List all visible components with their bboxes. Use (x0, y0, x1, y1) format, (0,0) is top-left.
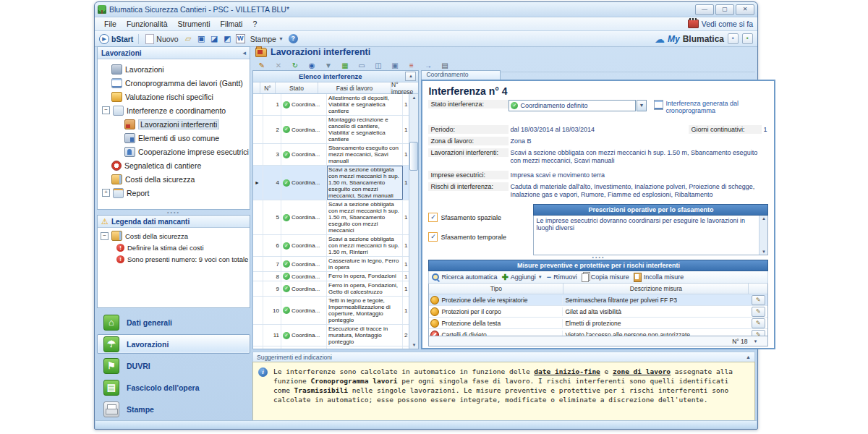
ricerca-automatica-button[interactable]: Ricerca automatica (432, 273, 497, 281)
menu-item-[interactable]: ? (247, 19, 262, 29)
checkbox-sfasamento-spaziale[interactable]: ✓Sfasamento spaziale (428, 213, 533, 222)
close-button[interactable]: ✕ (736, 4, 754, 15)
expand-node-icon[interactable]: + (102, 189, 110, 197)
help-icon[interactable]: ? (289, 34, 298, 43)
sidebar-item-cronoprogramma-dei-lavori-gantt-[interactable]: Cronoprogramma dei lavori (Gantt) (98, 76, 250, 90)
collapse-sidebar-icon[interactable]: ◂ (242, 49, 246, 56)
nav-button-dati-generali[interactable]: ⌂Dati generali (97, 312, 250, 332)
interferenza-generata-link[interactable]: Interferenza generata dal cronoprogramma (665, 100, 768, 114)
window-icon[interactable]: ▣ (390, 61, 400, 71)
menu-item-filmati[interactable]: Filmati (215, 19, 247, 29)
collapse-up-icon[interactable]: ▲ (405, 72, 416, 81)
bstart-button[interactable]: ▶ bStart (99, 34, 133, 44)
menu-item-funzionalit[interactable]: Funzionalità (122, 19, 173, 29)
minimize-button[interactable]: — (695, 4, 714, 15)
menu-item-file[interactable]: File (99, 19, 122, 29)
delete-icon[interactable]: ✕ (273, 61, 284, 71)
nav-button-duvri[interactable]: ⚑DUVRI (97, 356, 250, 375)
split-icon[interactable]: ◫ (373, 61, 383, 71)
scroll-down-icon[interactable]: ▼ (754, 339, 758, 344)
nav-button-fascicolo-dell-opera[interactable]: ▤Fascicolo dell'opera (97, 378, 250, 397)
edit-icon[interactable]: ✎ (257, 61, 267, 71)
edit-misura-button[interactable]: ✎ (752, 295, 765, 305)
profile-icon[interactable]: ▪ (728, 33, 739, 44)
save-as-icon[interactable]: ◩ (223, 34, 232, 43)
sidebar-item-cooperazione-imprese-esecutrici[interactable]: Cooperazione imprese esecutrici (98, 145, 250, 158)
save-all-icon[interactable]: ◪ (210, 34, 219, 43)
checkbox-icon[interactable]: ✓ (428, 232, 438, 242)
refresh-icon[interactable]: ↻ (290, 61, 300, 71)
sidebar-item-lavorazioni[interactable]: Lavorazioni (98, 62, 250, 76)
collapse-node-icon[interactable]: − (101, 232, 109, 240)
interferenza-row[interactable]: 1✓Coordina...Allestimento di depositi, V… (253, 94, 409, 116)
sidebar-item-segnaletica-di-cantiere[interactable]: Segnaletica di cantiere (98, 158, 250, 172)
print-icon[interactable]: ▤ (440, 61, 450, 71)
interferenza-row[interactable]: 5✓Coordina...Scavi a sezione obbligata c… (253, 200, 409, 235)
stato-combobox[interactable]: ✓ Coordinamento definito (509, 100, 636, 111)
edit-misura-button[interactable]: ✎ (752, 307, 765, 317)
interferenza-row[interactable]: 6✓Coordina...Scavi a sezione obbligata c… (253, 235, 409, 257)
elenco-column-headers[interactable]: N° Stato Fasi di lavoro N° imprese (253, 82, 418, 94)
sidebar-item-costi-della-sicurezza[interactable]: Costi della sicurezza (98, 172, 250, 186)
export-icon[interactable]: → (423, 61, 433, 71)
save-icon[interactable]: ▣ (197, 34, 206, 43)
stampe-button[interactable]: Stampe ▼ (249, 34, 285, 44)
prescrizioni-scrollbar[interactable]: ▲▼ (759, 216, 767, 255)
legend-item[interactable]: !Definire la stima dei costi (98, 242, 250, 253)
grid-icon[interactable]: ▦ (340, 61, 350, 71)
aggiungi-button[interactable]: ✚ Aggiungi ▼ (502, 273, 542, 282)
interferenza-row[interactable]: 2✓Coordina...Montaggio recinzione e canc… (253, 116, 409, 144)
rows-icon[interactable]: ≡ (407, 61, 417, 71)
export-word-icon[interactable]: W (236, 34, 245, 43)
myblumatica-link[interactable]: ☁ MyBlumatica (655, 34, 724, 44)
misure-column-headers[interactable]: Tipo Descrizione misura (429, 284, 767, 294)
nav-button-stampe[interactable]: Stampe (97, 399, 250, 419)
incolla-misure-button[interactable]: Incolla misure (634, 273, 684, 282)
collapse-node-icon[interactable]: − (102, 106, 110, 114)
nav-button-lavorazioni[interactable]: ☂Lavorazioni (97, 334, 250, 354)
legend-root[interactable]: − Costi della sicurezza (98, 230, 250, 242)
checkbox-sfasamento-temporale[interactable]: ✓Sfasamento temporale (428, 232, 533, 242)
misura-row[interactable]: Protezione delle vie respiratorieSemimas… (429, 294, 767, 306)
scrollbar-thumb[interactable] (409, 142, 418, 171)
interferenza-row[interactable]: 10✓Coordina...Tetti in legno e tegole, I… (253, 297, 409, 325)
card-icon[interactable]: ▭ (357, 61, 367, 71)
misura-row[interactable]: Protezioni per il corpoGilet ad alta vis… (429, 306, 767, 318)
news-icon[interactable]: ▪ (742, 33, 753, 44)
sidebar-item-interferenze-e-coordinamento[interactable]: −Interferenze e coordinamento (98, 103, 250, 117)
interferenza-row[interactable]: 9✓Coordina...Ferro in opera, Fondazioni,… (253, 281, 409, 297)
sidebar-item-report[interactable]: +Report (98, 186, 250, 200)
vedi-come-si-fa-link[interactable]: Vedi come si fa (688, 20, 753, 28)
sidebar-splitter[interactable]: •••• (97, 210, 250, 215)
maximize-button[interactable]: ▢ (715, 4, 734, 15)
checkbox-icon[interactable]: ✓ (428, 213, 438, 222)
filter-icon[interactable]: ▼ (323, 61, 333, 71)
collapse-icon[interactable]: ▲ (746, 354, 751, 359)
suggestions-header[interactable]: Suggerimenti ed indicazioni ▲ (252, 352, 755, 362)
open-folder-icon[interactable]: ▱ (184, 34, 193, 43)
legend-item[interactable]: !Sono presenti numero: 9 voci con totale… (98, 253, 250, 265)
interferenza-row[interactable]: 7✓Coordina...Casserature in legno, Ferro… (253, 257, 409, 272)
interferenza-row[interactable]: ►4✓Coordina...Scavi a sezione obbligata … (253, 166, 409, 200)
sidebar-item-valutazione-rischi-specifici[interactable]: Valutazione rischi specifici (98, 90, 250, 103)
nuovo-button[interactable]: Nuovo (144, 33, 179, 45)
sidebar-item-lavorazioni-interferenti[interactable]: Lavorazioni interferenti (98, 117, 250, 131)
combo-dropdown-icon[interactable]: ▼ (637, 100, 647, 111)
misura-row[interactable]: Cartelli di divietoVietato l'accesso all… (429, 329, 767, 336)
sidebar-item-elementi-di-uso-comune[interactable]: Elementi di uso comune (98, 131, 250, 145)
edit-misura-button[interactable]: ✎ (752, 330, 765, 336)
interferenza-row[interactable]: 3✓Coordina...Sbancamento eseguito con me… (253, 144, 409, 166)
misura-row[interactable]: Protezione della testaElmetti di protezi… (429, 318, 767, 329)
edit-misura-button[interactable]: ✎ (752, 318, 765, 328)
title-bar[interactable]: Blumatica Sicurezza Cantieri - PSC - VIL… (95, 2, 757, 17)
interferenza-row[interactable]: 11✓Coordina...Esecuzione di tracce in mu… (253, 325, 409, 346)
menu-item-strumenti[interactable]: Strumenti (173, 19, 216, 29)
rimuovi-button[interactable]: − Rimuovi (547, 273, 577, 281)
elenco-scrollbar[interactable]: ▲▼ (409, 94, 418, 349)
search-icon[interactable]: ◉ (307, 61, 317, 71)
copia-misure-button[interactable]: Copia misure (582, 272, 629, 282)
interferenza-row[interactable]: 8✓Coordina...Ferro in opera, Fondazioni1 (253, 272, 409, 281)
prescrizioni-textarea[interactable]: Le imprese esecutrici dovranno coordinar… (534, 216, 759, 255)
tab-coordinamento[interactable]: Coordinamento (421, 70, 501, 80)
interferenza-row[interactable]: 12✓Coordina...Realizzazione impianto ele… (253, 346, 409, 349)
